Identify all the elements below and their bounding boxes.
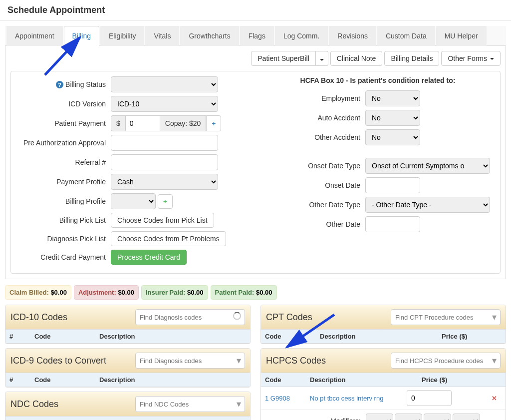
add-payment-button[interactable]: + (206, 115, 221, 131)
th-desc: Description (99, 376, 246, 384)
billing-profile-select[interactable] (111, 193, 156, 209)
billing-status-label: ?Billing Status (16, 80, 111, 89)
caret-down-icon (320, 59, 324, 61)
th-price: Price ($) (442, 333, 502, 340)
insurer-paid-badge: Insurer Paid: $0.00 (141, 285, 208, 300)
preauth-label: Pre Authorization Approval (16, 139, 111, 147)
employment-label: Employment (260, 94, 365, 102)
billing-picklist-label: Billing Pick List (16, 216, 111, 224)
tab-revisions[interactable]: Revisions (329, 26, 376, 46)
modal-title: Schedule Appointment (0, 0, 511, 21)
patient-superbill-dropdown[interactable] (316, 51, 328, 66)
cpt-search-input[interactable] (391, 309, 501, 325)
hcfa-heading: HCFA Box 10 - Is patient's condition rel… (260, 76, 495, 84)
icd10-search-input[interactable] (135, 309, 245, 325)
other-accident-select[interactable]: No (365, 129, 420, 145)
clinical-note-button[interactable]: Clinical Note (330, 51, 383, 66)
modifier-1-select[interactable]: --- (366, 414, 393, 420)
other-date-label: Other Date (260, 220, 365, 228)
onset-date-input[interactable] (365, 177, 420, 193)
ndc-panel: NDC Codes ▾ NDC Code Quantity Units Line… (5, 392, 251, 420)
other-date-input[interactable] (365, 216, 420, 232)
help-icon[interactable]: ? (56, 81, 63, 88)
payment-profile-label: Payment Profile (16, 178, 111, 186)
onset-date-label: Onset Date (260, 181, 365, 189)
icd-version-label: ICD Version (16, 100, 111, 108)
add-billing-profile-button[interactable]: + (158, 194, 173, 209)
credit-label: Credit Card Payment (16, 253, 111, 261)
patient-payment-input[interactable] (125, 115, 160, 131)
tab-growthcharts[interactable]: Growthcharts (180, 26, 239, 46)
cpt-title: CPT Codes (266, 312, 312, 323)
tab-logcomm[interactable]: Log Comm. (275, 26, 328, 46)
preauth-input[interactable] (111, 135, 218, 151)
th-price: Price ($) (422, 376, 502, 384)
patient-paid-badge: Patient Paid: $0.00 (211, 285, 277, 300)
referral-label: Referral # (16, 158, 111, 166)
patient-payment-label: Patient Payment (16, 119, 111, 127)
other-forms-button[interactable]: Other Forms (441, 51, 501, 66)
copay-text: Copay: $20 (160, 115, 207, 131)
onset-type-label: Onset Date Type (260, 162, 365, 170)
th-code: Code (265, 333, 320, 340)
tab-strip: Appointment Billing Eligibility Vitals G… (5, 26, 506, 46)
patient-superbill-button[interactable]: Patient SuperBill (251, 51, 316, 66)
process-credit-button[interactable]: Process Credit Card (111, 250, 187, 265)
tab-eligibility[interactable]: Eligibility (100, 26, 144, 46)
other-accident-label: Other Accident (260, 133, 365, 141)
employment-select[interactable]: No (365, 90, 420, 106)
icd-version-select[interactable]: ICD-10 (111, 96, 218, 112)
th-code: Code (265, 376, 310, 384)
hcpcs-search-input[interactable] (391, 353, 501, 369)
dollar-icon: $ (111, 115, 125, 131)
other-type-select[interactable]: - Other Date Type - (365, 197, 490, 213)
adjustment-badge: Adjustment: $0.00 (74, 285, 139, 300)
billing-picklist-button[interactable]: Choose Codes from Pick List (111, 213, 214, 228)
modifiers-label: Modifiers: (266, 417, 366, 420)
modifier-2-select[interactable]: --- (395, 414, 422, 420)
billing-details-button[interactable]: Billing Details (384, 51, 439, 66)
auto-accident-label: Auto Accident (260, 114, 365, 122)
dx-picklist-label: Diagnosis Pick List (16, 235, 111, 243)
th-num: # (9, 333, 34, 340)
ndc-title: NDC Codes (10, 399, 58, 410)
icd10-panel: ICD-10 Codes # Code Description (5, 305, 251, 344)
cpt-panel: CPT Codes ▾ Code Description Price ($) (260, 305, 506, 344)
th-desc: Description (310, 376, 422, 384)
th-desc: Description (99, 333, 246, 340)
onset-type-select[interactable]: Onset of Current Symptoms o (365, 158, 490, 174)
row-desc-link[interactable]: No pt tbco cess interv rng (310, 395, 407, 402)
th-code: Code (34, 376, 99, 384)
claim-billed-badge: Claim Billed: $0.00 (5, 285, 71, 300)
ndc-search-input[interactable] (135, 396, 245, 412)
row-num: 1 (265, 395, 268, 402)
tab-billing[interactable]: Billing (64, 26, 99, 46)
icd9-panel: ICD-9 Codes to Convert ▾ # Code Descript… (5, 348, 251, 388)
dx-picklist-button[interactable]: Choose Codes from Pt Problems (111, 231, 226, 246)
tab-appointment[interactable]: Appointment (6, 26, 63, 46)
hcpcs-row: 1 G9908 No pt tbco cess interv rng ✕ (261, 387, 506, 409)
hcpcs-title: HCPCS Codes (266, 356, 326, 366)
tab-muhelper[interactable]: MU Helper (436, 26, 487, 46)
tab-vitals[interactable]: Vitals (145, 26, 179, 46)
modifier-3-select[interactable]: --- (424, 414, 451, 420)
row-price-input[interactable] (407, 390, 452, 406)
hcpcs-panel: HCPCS Codes ▾ Code Description Price ($)… (260, 348, 506, 420)
auto-accident-select[interactable]: No (365, 110, 420, 126)
billing-profile-label: Billing Profile (16, 197, 111, 205)
referral-input[interactable] (111, 154, 218, 170)
billing-status-select[interactable] (111, 76, 218, 92)
th-code: Code (34, 333, 99, 340)
payment-profile-select[interactable]: Cash (111, 174, 218, 190)
icd10-title: ICD-10 Codes (10, 312, 67, 323)
th-desc: Description (320, 333, 442, 340)
th-num: # (9, 376, 34, 384)
tab-flags[interactable]: Flags (240, 26, 274, 46)
row-code-link[interactable]: G9908 (270, 395, 290, 402)
modifier-4-select[interactable]: --- (453, 414, 480, 420)
other-type-label: Other Date Type (260, 201, 365, 209)
icd9-search-input[interactable] (135, 353, 245, 369)
delete-row-button[interactable]: ✕ (487, 395, 502, 402)
tab-customdata[interactable]: Custom Data (377, 26, 435, 46)
icd9-title: ICD-9 Codes to Convert (10, 356, 106, 366)
